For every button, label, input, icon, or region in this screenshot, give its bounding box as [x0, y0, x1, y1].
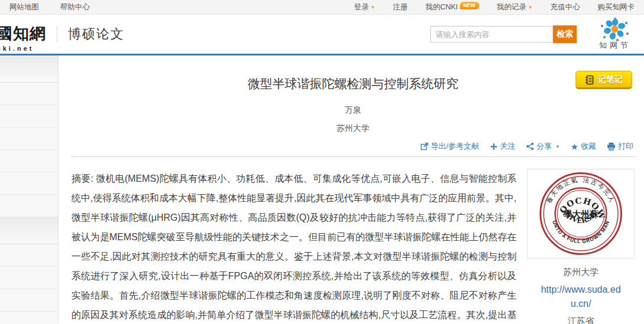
my-records-link[interactable]: 我的记录▼ [497, 2, 533, 12]
university-seal-frame: 養天地正氣 法古今完人 UNTO A FULL GROWN MAN SOOCHO… [527, 169, 635, 258]
register-link[interactable]: 注册 [393, 2, 408, 12]
print-button[interactable]: 打印 [607, 141, 633, 152]
buy-card-link[interactable]: 购买知网卡 [598, 2, 635, 12]
left-rail-cell [0, 150, 58, 172]
university-url-link[interactable]: http://www.suda.ed u.cn/ [527, 283, 635, 311]
left-rail-cell [0, 195, 58, 217]
chevron-down-icon: ▼ [555, 144, 560, 149]
favorite-button[interactable]: ★ 收藏 [571, 141, 596, 152]
help-center-link[interactable]: 帮助中心 [60, 2, 90, 12]
recharge-center-link[interactable]: 充值中心 [551, 2, 580, 12]
take-notes-button[interactable]: 记笔记 [576, 71, 632, 89]
new-badge: NEW [460, 2, 479, 9]
body-row: 摘要: 微机电(MEMS)陀螺具有体积小、功耗低、成本低、可集成化等优点,可嵌入… [71, 169, 635, 324]
main-area: 微型半球谐振陀螺检测与控制系统研究 记笔记 万泉 苏州大学 [0, 55, 644, 322]
plus-icon [490, 143, 498, 150]
header-divider [57, 26, 57, 42]
section-title: 博硕论文 [68, 25, 125, 43]
sitemap-link[interactable]: 网站地图 [9, 2, 39, 12]
notebook-icon [585, 75, 594, 85]
follow-button[interactable]: 关注 [490, 141, 515, 152]
article-content: 微型半球谐振陀螺检测与控制系统研究 记笔记 万泉 苏州大学 [58, 55, 644, 322]
cnki-logo[interactable]: 國知網 nki.net [0, 17, 51, 52]
left-rail-cell [0, 217, 58, 244]
share-icon [526, 142, 534, 150]
topbar-right-links: 登录▼ 注册 我的CNKINEW 我的记录▼ 充值中心 购买知网卡 [354, 2, 635, 12]
cnki-logo-domain: nki.net [0, 45, 51, 52]
left-rail-cell [0, 244, 58, 267]
search-input[interactable] [430, 26, 553, 42]
chevron-down-icon: ▼ [371, 5, 375, 10]
left-rail-cell [0, 172, 58, 195]
abstract-text: 微机电(MEMS)陀螺具有体积小、功耗低、成本低、可集成化等优点,可嵌入电子、信… [71, 174, 516, 324]
star-icon: ★ [571, 142, 578, 151]
export-references-button[interactable]: 导出/参考文献 [420, 141, 479, 152]
left-rail-cell [0, 83, 58, 105]
university-province: 江苏省 [527, 316, 635, 324]
export-icon [420, 142, 429, 150]
zhiwangjie-logo[interactable]: 知网节 [592, 18, 638, 51]
search-button[interactable]: 检索 [553, 25, 577, 43]
left-rail-cell [0, 289, 58, 312]
zhiwangjie-flower-icon [600, 18, 630, 41]
left-rail-cell [0, 267, 58, 289]
university-card: 養天地正氣 法古今完人 UNTO A FULL GROWN MAN SOOCHO… [527, 169, 635, 324]
chevron-down-icon: ▼ [528, 5, 533, 10]
abstract-paragraph: 摘要: 微机电(MEMS)陀螺具有体积小、功耗低、成本低、可集成化等优点,可嵌入… [71, 169, 516, 324]
search-area: 检索 [430, 25, 577, 43]
page-title: 微型半球谐振陀螺检测与控制系统研究 [248, 76, 459, 92]
institution-name[interactable]: 苏州大学 [71, 123, 635, 134]
author-name[interactable]: 万泉 [71, 105, 635, 116]
printer-icon [607, 142, 616, 150]
title-row: 微型半球谐振陀螺检测与控制系统研究 记笔记 [71, 76, 635, 92]
share-button[interactable]: 分享 ▼ [526, 141, 560, 152]
site-header: 國知網 nki.net 博硕论文 检索 [0, 15, 644, 55]
soochow-university-seal: 養天地正氣 法古今完人 UNTO A FULL GROWN MAN SOOCHO… [537, 170, 625, 257]
left-rail-cell [0, 312, 58, 324]
action-bar: 导出/参考文献 关注 分享 ▼ [71, 141, 635, 157]
take-notes-label: 记笔记 [598, 74, 623, 85]
university-name: 苏州大学 [527, 267, 635, 278]
topbar-left-links: 网站地图 帮助中心 [9, 2, 90, 12]
my-cnki-link[interactable]: 我的CNKINEW [426, 2, 479, 12]
login-link[interactable]: 登录▼ [354, 2, 375, 12]
left-rail-cell [0, 127, 58, 150]
left-nav-rail [0, 55, 58, 322]
left-rail-cell [0, 105, 58, 127]
zhiwangjie-label: 知网节 [592, 40, 638, 51]
top-utility-bar: 网站地图 帮助中心 登录▼ 注册 我的CNKINEW 我的记录▼ 充值中心 购买… [0, 0, 644, 15]
cnki-logo-calligraphy: 國知網 [0, 23, 51, 44]
left-rail-cell [0, 55, 58, 83]
abstract-label: 摘要: [71, 174, 93, 184]
